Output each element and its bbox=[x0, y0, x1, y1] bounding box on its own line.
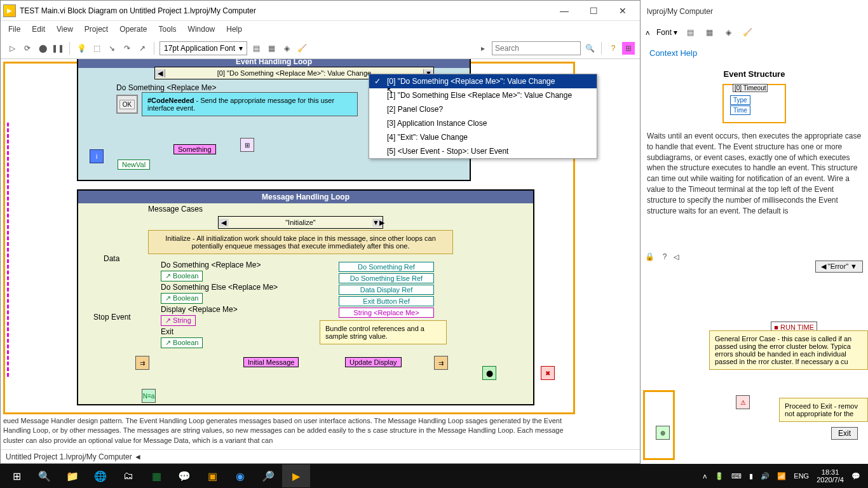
enqueue-node-icon-2[interactable]: ⇉ bbox=[434, 356, 448, 370]
cleanup-icon[interactable]: 🧹 bbox=[295, 42, 308, 55]
taskbar-app-1[interactable]: 📁 bbox=[58, 464, 86, 487]
initial-message-constant[interactable]: Initial Message bbox=[243, 357, 299, 367]
taskbar-excel-icon[interactable]: ▦ bbox=[142, 464, 170, 487]
tray-chevron-icon[interactable]: ʌ bbox=[703, 472, 707, 480]
bundle-note: Bundle control references and a sample s… bbox=[320, 320, 447, 344]
search-input[interactable] bbox=[492, 41, 581, 55]
tray-notifications-icon[interactable]: 💬 bbox=[851, 472, 860, 480]
enqueue-node-icon[interactable]: ⊞ bbox=[240, 138, 254, 152]
prev-msg-case-icon[interactable]: ◀ bbox=[219, 219, 229, 227]
dropdown-item-5[interactable]: [5] <User Event - Stop>: User Event bbox=[369, 144, 597, 158]
tray-battery-icon[interactable]: 🔋 bbox=[715, 472, 724, 480]
code-needed-note: #CodeNeeded - Send the appropriate messa… bbox=[142, 92, 358, 116]
bool-terminal-2[interactable]: ↗ Boolean bbox=[161, 293, 203, 304]
context-help-link[interactable]: Context Help bbox=[641, 42, 868, 64]
menu-project[interactable]: Project bbox=[85, 25, 108, 34]
bool-terminal-1[interactable]: ↗ Boolean bbox=[161, 271, 203, 281]
highlight-icon[interactable]: 💡 bbox=[75, 42, 88, 55]
ref-exit-button: Exit Button Ref bbox=[339, 296, 434, 306]
dropdown-item-3[interactable]: [3] Application Instance Close bbox=[369, 116, 597, 130]
event-structure-glyph: [0] Timeout Type Time bbox=[722, 84, 786, 123]
menu-file[interactable]: File bbox=[8, 25, 20, 34]
dropdown-item-0[interactable]: [0] "Do Something <Replace Me>": Value C… bbox=[369, 74, 597, 88]
stop-terminal-icon[interactable]: ⬤ bbox=[482, 366, 496, 380]
reorder-icon-2[interactable]: ◈ bbox=[722, 26, 735, 39]
taskbar-wechat-icon[interactable]: 💬 bbox=[170, 464, 198, 487]
status-text: Untitled Project 1.lvproj/My Computer ◄ bbox=[6, 452, 142, 461]
tray-network-icon[interactable]: ▮ bbox=[749, 472, 753, 480]
newval-terminal[interactable]: NewVal bbox=[118, 159, 150, 170]
bool-terminal-3[interactable]: ↗ Boolean bbox=[161, 337, 203, 348]
pause-icon[interactable]: ❚❚ bbox=[51, 42, 64, 55]
cleanup-icon-2[interactable]: 🧹 bbox=[741, 26, 754, 39]
menu-tools[interactable]: Tools bbox=[159, 25, 177, 34]
menu-window[interactable]: Window bbox=[188, 25, 215, 34]
prev-case-icon[interactable]: ◀ bbox=[155, 69, 165, 78]
step-over-icon[interactable]: ↷ bbox=[121, 42, 133, 55]
search-taskbar-icon[interactable]: 🔍 bbox=[31, 464, 58, 487]
retain-wire-icon[interactable]: ⬚ bbox=[90, 42, 103, 55]
taskbar-labview-icon[interactable]: ▶ bbox=[282, 464, 310, 487]
lock-icon[interactable]: 🔒 bbox=[643, 250, 656, 263]
merge-node-icon[interactable]: ⊕ bbox=[656, 426, 670, 440]
taskbar-app-6[interactable]: ◉ bbox=[226, 464, 254, 487]
maximize-button[interactable]: ☐ bbox=[579, 1, 608, 20]
context-heading: Event Structure bbox=[641, 69, 868, 79]
reorder-icon[interactable]: ◈ bbox=[280, 42, 293, 55]
string-terminal[interactable]: ↗ String bbox=[161, 315, 196, 326]
update-display-constant[interactable]: Update Display bbox=[345, 357, 402, 367]
taskbar-chrome-icon[interactable]: 🌐 bbox=[86, 464, 114, 487]
field-exit: Exit bbox=[161, 327, 278, 336]
message-case-selector[interactable]: ◀ "Initialize" ▼▶ bbox=[218, 216, 383, 229]
taskbar-explorer-icon[interactable]: 🗂 bbox=[114, 464, 142, 487]
help-icon[interactable]: ? bbox=[607, 42, 620, 55]
error-cluster-icon: ⚠ bbox=[736, 395, 750, 409]
start-button[interactable]: ⊞ bbox=[3, 464, 31, 487]
tray-volume-icon[interactable]: 🔊 bbox=[761, 472, 770, 480]
run-cont-icon[interactable]: ⟳ bbox=[21, 42, 34, 55]
menu-edit[interactable]: Edit bbox=[32, 25, 45, 34]
menu-view[interactable]: View bbox=[57, 25, 73, 34]
error-case-selector[interactable]: ◀ "Error" ▼ bbox=[815, 261, 863, 273]
tray-lang[interactable]: ENG bbox=[794, 472, 809, 480]
run-icon[interactable]: ▷ bbox=[6, 42, 18, 55]
dropdown-item-1[interactable]: [1] "Do Something Else <Replace Me>": Va… bbox=[369, 88, 597, 102]
terminal-icon[interactable]: ⊞ bbox=[622, 42, 635, 55]
font-selector[interactable]: 17pt Application Font▾ bbox=[159, 41, 247, 55]
dropdown-item-4[interactable]: [4] "Exit": Value Change bbox=[369, 130, 597, 144]
dequeue-node-icon[interactable]: ⇉ bbox=[135, 356, 149, 370]
tray-clock[interactable]: 18:31 2020/7/4 bbox=[817, 468, 844, 484]
taskbar-app-7[interactable]: 🔎 bbox=[254, 464, 282, 487]
align-icon-2[interactable]: ▤ bbox=[684, 26, 696, 39]
close-button[interactable]: ✕ bbox=[608, 1, 637, 20]
error-node-icon[interactable]: ✖ bbox=[541, 366, 555, 380]
menu-help[interactable]: Help bbox=[226, 25, 242, 34]
next-msg-case-icon[interactable]: ▼▶ bbox=[372, 219, 383, 227]
align-icon[interactable]: ▤ bbox=[250, 42, 262, 55]
field-display: Display <Replace Me> bbox=[161, 305, 278, 314]
minimize-button[interactable]: — bbox=[550, 1, 579, 20]
distribute-icon-2[interactable]: ▦ bbox=[703, 26, 715, 39]
toolbar: ▷ ⟳ ⬤ ❚❚ 💡 ⬚ ↘ ↷ ↗ 17pt Application Font… bbox=[1, 37, 640, 59]
dropdown-item-2[interactable]: [2] Panel Close? bbox=[369, 102, 597, 116]
search-icon[interactable]: 🔍 bbox=[583, 42, 596, 55]
message-handling-loop: Message Handling Loop Message Cases ◀ "I… bbox=[77, 189, 534, 405]
exit-constant[interactable]: Exit bbox=[831, 427, 858, 440]
message-cases-label: Message Cases bbox=[148, 205, 203, 214]
step-out-icon[interactable]: ↗ bbox=[136, 42, 149, 55]
event-case-dropdown[interactable]: [0] "Do Something <Replace Me>": Value C… bbox=[369, 74, 597, 159]
menu-operate[interactable]: Operate bbox=[119, 25, 147, 34]
distribute-icon[interactable]: ▦ bbox=[265, 42, 278, 55]
tray-wifi-icon[interactable]: 📶 bbox=[777, 472, 786, 480]
something-constant[interactable]: Something bbox=[173, 144, 216, 154]
step-into-icon[interactable]: ↘ bbox=[105, 42, 118, 55]
help-small-icon[interactable]: ? bbox=[658, 250, 671, 263]
taskbar-app-5[interactable]: ▣ bbox=[198, 464, 226, 487]
taskbar: ⊞ 🔍 📁 🌐 🗂 ▦ 💬 ▣ ◉ 🔎 ▶ ʌ 🔋 ⌨ ▮ 🔊 📶 ENG 18… bbox=[0, 464, 868, 488]
ok-control-terminal[interactable]: OK bbox=[116, 95, 138, 114]
abort-icon[interactable]: ⬤ bbox=[36, 42, 49, 55]
search-chevron-icon[interactable]: ▸ bbox=[477, 42, 489, 55]
font-label[interactable]: Font ▾ bbox=[656, 28, 677, 37]
secondary-title: lvproj/My Computer bbox=[641, 0, 868, 23]
tray-input-icon[interactable]: ⌨ bbox=[731, 472, 742, 480]
